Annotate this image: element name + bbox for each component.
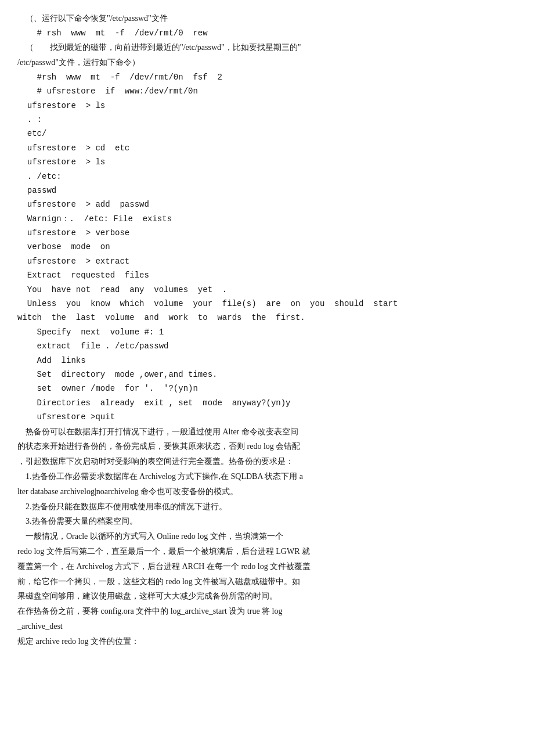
text-line: Directories already exit , set mode anyw… xyxy=(17,397,517,409)
text-line: # rsh www mt -f /dev/rmt/0 rew xyxy=(17,27,517,39)
text-line: Add links xyxy=(17,354,517,367)
text-line: witch the last volume and work to wards … xyxy=(17,311,517,324)
text-line: 前，给它作一个拷贝，一般，这些文档的 redo log 文件被写入磁盘或磁带中。… xyxy=(17,575,517,589)
text-line: 规定 archive redo log 文件的位置： xyxy=(17,635,517,649)
text-line: 覆盖第一个，在 Archivelog 方式下，后台进程 ARCH 在每一个 re… xyxy=(17,560,517,574)
text-line: 3.热备份需要大量的档案空间。 xyxy=(17,514,517,528)
text-line: Unless you know which volume your file(s… xyxy=(17,297,517,310)
text-line: 在作热备份之前，要将 config.ora 文件中的 log_archive_s… xyxy=(17,604,517,618)
text-line: You have not read any volumes yet . xyxy=(17,283,517,296)
text-line: etc/ xyxy=(17,127,517,140)
text-line: verbose mode on xyxy=(17,240,517,253)
text-line: 1.热备份工作必需要求数据库在 Archivelog 方式下操作,在 SQLDB… xyxy=(17,470,517,484)
text-line: 一般情况，Oracle 以循环的方式写入 Online redo log 文件，… xyxy=(17,530,517,543)
text-line: ufsrestore > ls xyxy=(17,99,517,112)
text-line: 2.热备份只能在数据库不使用或使用率低的情况下进行。 xyxy=(17,500,517,514)
text-line: _archive_dest xyxy=(17,620,517,633)
text-line: passwd xyxy=(17,184,517,197)
text-line: ufsrestore > ls xyxy=(17,156,517,168)
text-line: ，引起数据库下次启动时对受影响的表空间进行完全覆盖。热备份的要求是： xyxy=(17,455,517,469)
text-line: ufsrestore > extract xyxy=(17,255,517,268)
text-line: （ 找到最近的磁带，向前进带到最近的"/etc/passwd"，比如要找星期三的… xyxy=(17,41,517,55)
text-line: extract file . /etc/passwd xyxy=(17,340,517,352)
text-line: # ufsrestore if www:/dev/rmt/0n xyxy=(17,85,517,98)
text-line: Set directory mode ,ower,and times. xyxy=(17,368,517,381)
text-line: Warnign：. /etc: File exists xyxy=(17,213,517,225)
text-line: ufsrestore > cd etc xyxy=(17,142,517,154)
text-line: 热备份可以在数据库打开打情况下进行，一般通过使用 Alter 命令改变表空间 xyxy=(17,425,517,439)
text-line: （、运行以下命令恢复"/etc/passwd"文件 xyxy=(17,12,517,26)
text-line: redo log 文件后写第二个，直至最后一个，最后一个被填满后，后台进程 LG… xyxy=(17,545,517,559)
text-line: . /etc: xyxy=(17,170,517,183)
text-line: 的状态来开始进行备份的，备份完成后，要恢其原来状态，否则 redo log 会错… xyxy=(17,440,517,453)
text-line: ufsrestore > verbose xyxy=(17,226,517,239)
text-line: ufsrestore > add passwd xyxy=(17,198,517,211)
text-line: #rsh www mt -f /dev/rmt/0n fsf 2 xyxy=(17,71,517,84)
text-line: . : xyxy=(17,113,517,126)
text-line: ufsrestore >quit xyxy=(17,411,517,423)
text-line: lter database archivelog|noarchivelog 命令… xyxy=(17,485,517,499)
main-content: （、运行以下命令恢复"/etc/passwd"文件 # rsh www mt -… xyxy=(17,12,517,649)
text-line: 果磁盘空间够用，建议使用磁盘，这样可大大减少完成备份所需的时间。 xyxy=(17,589,517,603)
text-line: Specify next volume #: 1 xyxy=(17,326,517,339)
text-line: Extract requested files xyxy=(17,269,517,282)
text-line: /etc/passwd"文件，运行如下命令） xyxy=(17,56,517,70)
text-line: set owner /mode for '. '?(yn)n xyxy=(17,382,517,395)
